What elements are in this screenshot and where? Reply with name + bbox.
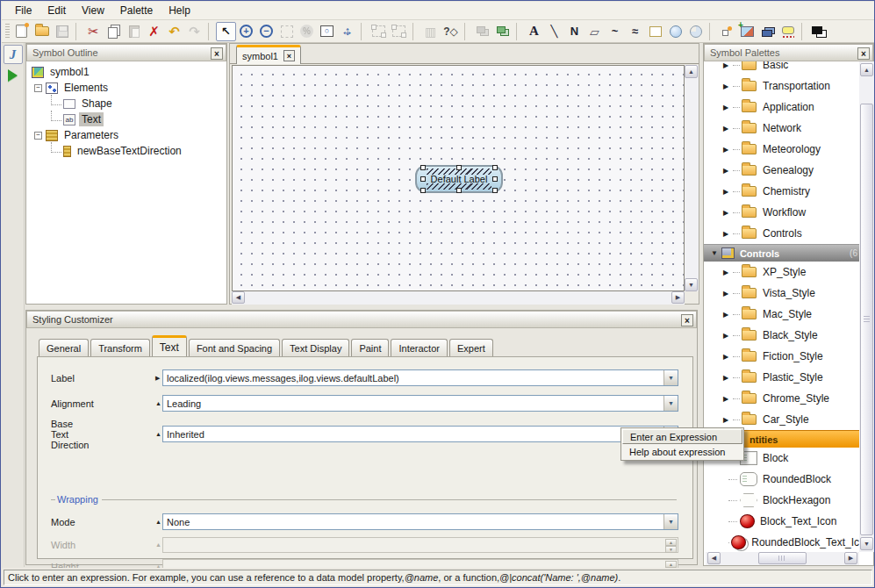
expander-icon[interactable]: ▶ — [723, 82, 730, 90]
expander-icon[interactable]: ▶ — [723, 416, 730, 424]
curve-tool-button[interactable]: ~ — [605, 22, 625, 41]
palette-folder-application[interactable]: ▶Application — [704, 97, 859, 118]
palette-symbol-roundedblock[interactable]: RoundedBlock — [704, 469, 859, 490]
menu-item-enter-expression[interactable]: Enter an Expression — [622, 429, 742, 444]
add-point-button[interactable] — [717, 22, 737, 41]
default-label-object[interactable]: Default Label — [415, 165, 503, 193]
expander-icon[interactable]: ▶ — [723, 104, 730, 111]
expander-icon[interactable]: ▶ — [723, 311, 730, 319]
palette-folder-genealogy[interactable]: ▶Genealogy — [704, 160, 859, 181]
run-preview-button[interactable] — [4, 66, 23, 85]
ellipse-tool-button[interactable] — [665, 22, 685, 41]
line-tool-button[interactable]: ╲ — [544, 22, 564, 41]
tab-font-and-spacing[interactable]: Font and Spacing — [189, 339, 280, 356]
expander-icon[interactable]: ▶ — [723, 61, 730, 69]
palette-vscrollbar[interactable]: ▲ ▼ — [859, 61, 874, 552]
toolbar-grip[interactable] — [5, 24, 10, 39]
palette-folder-plastic_style[interactable]: ▶Plastic_Style — [704, 367, 859, 388]
tree-node-newbasetextdirection[interactable]: newBaseTextDirection — [26, 143, 226, 159]
palette-folder-transportation[interactable]: ▶Transportation — [704, 75, 859, 97]
balloon-label-button[interactable] — [778, 22, 798, 41]
symbol-palettes-close-button[interactable]: × — [857, 47, 870, 60]
menu-item-help-about-expression[interactable]: Help about expression — [622, 444, 742, 459]
undo-button[interactable]: ↶ — [164, 22, 184, 41]
scroll-left-button[interactable]: ◀ — [707, 552, 721, 564]
expression-state-icon[interactable]: ▲ — [155, 519, 161, 525]
scroll-up-button[interactable]: ▲ — [685, 65, 698, 78]
canvas-hscrollbar[interactable]: ◀ ▶ — [232, 291, 685, 305]
expander-icon[interactable]: ▶ — [723, 269, 730, 276]
scroll-left-button[interactable]: ◀ — [232, 291, 245, 304]
menu-help[interactable]: Help — [161, 2, 198, 19]
tab-symbol1[interactable]: symbol1 × — [236, 45, 301, 64]
cut-button[interactable]: ✂ — [83, 22, 104, 41]
jviews-editor-button[interactable]: J — [4, 45, 23, 64]
expander-icon[interactable]: ▶ — [723, 395, 730, 403]
expander-icon[interactable]: ▶ — [723, 353, 730, 361]
polygon-tool-button[interactable]: ▱ — [585, 22, 605, 41]
palette-folder-controls[interactable]: ▶Controls — [704, 223, 859, 244]
palette-folder-network[interactable]: ▶Network — [704, 118, 859, 139]
scroll-right-button[interactable]: ▶ — [671, 291, 685, 304]
tab-general[interactable]: General — [39, 339, 89, 356]
expander-icon[interactable]: ▶ — [723, 125, 730, 133]
scroll-right-button[interactable]: ▶ — [844, 552, 857, 564]
tab-text[interactable]: Text — [152, 335, 187, 356]
palette-symbol-blockhexagon[interactable]: BlockHexagon — [704, 490, 859, 511]
symbol-outline-close-button[interactable]: × — [211, 47, 223, 60]
rectangle-tool-button[interactable] — [645, 22, 665, 41]
scrollbar-thumb[interactable] — [758, 552, 807, 564]
label-combobox[interactable]: localized(ilog.views.messages,ilog.views… — [162, 369, 678, 386]
bring-forward-button[interactable] — [492, 22, 513, 41]
expander-icon[interactable]: ▶ — [723, 230, 730, 238]
delete-button[interactable]: ✗ — [144, 22, 164, 41]
expression-help-button[interactable]: ?◇ — [441, 22, 461, 41]
base-text-direction-combobox[interactable]: Inherited ▼ — [162, 426, 678, 442]
menu-view[interactable]: View — [74, 2, 112, 19]
expander-icon[interactable]: ▶ — [723, 146, 730, 154]
menu-palette[interactable]: Palette — [112, 2, 161, 19]
expander-icon[interactable]: ▶ — [723, 332, 730, 340]
palette-folder-fiction_style[interactable]: ▶Fiction_Style — [704, 346, 859, 367]
scroll-up-button[interactable]: ▲ — [860, 63, 873, 76]
alignment-combobox[interactable]: Leading ▼ — [162, 395, 678, 412]
expander-icon[interactable]: ▶ — [723, 290, 730, 298]
palette-folder-workflow[interactable]: ▶Workflow — [704, 202, 859, 223]
scroll-down-button[interactable]: ▼ — [685, 278, 698, 291]
open-file-button[interactable] — [32, 22, 52, 41]
tab-expert[interactable]: Expert — [449, 339, 493, 356]
expander-icon[interactable]: ▶ — [723, 209, 730, 217]
expander-icon[interactable]: ▶ — [723, 188, 730, 196]
tab-close-button[interactable]: × — [283, 50, 295, 61]
expander-icon[interactable]: ▶ — [723, 167, 730, 175]
scroll-down-button[interactable]: ▼ — [860, 537, 873, 550]
menu-file[interactable]: File — [7, 2, 39, 19]
palette-symbol-roundedblock_text_ic[interactable]: RoundedBlock_Text_Ic — [704, 532, 859, 552]
zoom-out-button[interactable]: − — [256, 22, 276, 41]
pan-button[interactable] — [337, 22, 357, 41]
palette-folder-xp_style[interactable]: ▶XP_Style — [704, 262, 859, 283]
expression-state-icon[interactable]: ▲ — [155, 431, 161, 437]
collapse-icon[interactable]: − — [34, 132, 42, 140]
tab-transform[interactable]: Transform — [90, 339, 150, 356]
expander-icon[interactable]: ▶ — [723, 374, 730, 382]
styling-customizer-close-button[interactable]: × — [681, 314, 693, 326]
controls-palette-header[interactable]: ▼Controls(6 — [704, 244, 859, 262]
new-document-button[interactable] — [11, 22, 32, 41]
expression-state-icon[interactable]: ▲ — [155, 400, 161, 406]
dropdown-button[interactable]: ▼ — [663, 370, 678, 385]
order-overlap-button[interactable] — [809, 22, 829, 41]
tab-text-display[interactable]: Text Display — [282, 339, 349, 356]
tree-node-elements[interactable]: −Elements — [26, 80, 226, 96]
palette-folder-meteorology[interactable]: ▶Meteorology — [704, 139, 859, 160]
tree-node-text[interactable]: abText — [26, 111, 226, 127]
collapse-icon[interactable]: − — [34, 84, 42, 92]
mode-combobox[interactable]: None ▼ — [162, 513, 678, 530]
palette-folder-chrome_style[interactable]: ▶Chrome_Style — [704, 388, 859, 409]
dropdown-button[interactable]: ▼ — [663, 514, 678, 529]
palette-folder-mac_style[interactable]: ▶Mac_Style — [704, 304, 859, 325]
expression-state-icon[interactable]: ▶ — [155, 375, 160, 382]
polyline-tool-button[interactable]: N — [564, 22, 585, 41]
palette-folder-black_style[interactable]: ▶Black_Style — [704, 325, 859, 346]
scrollbar-thumb[interactable] — [860, 104, 873, 535]
